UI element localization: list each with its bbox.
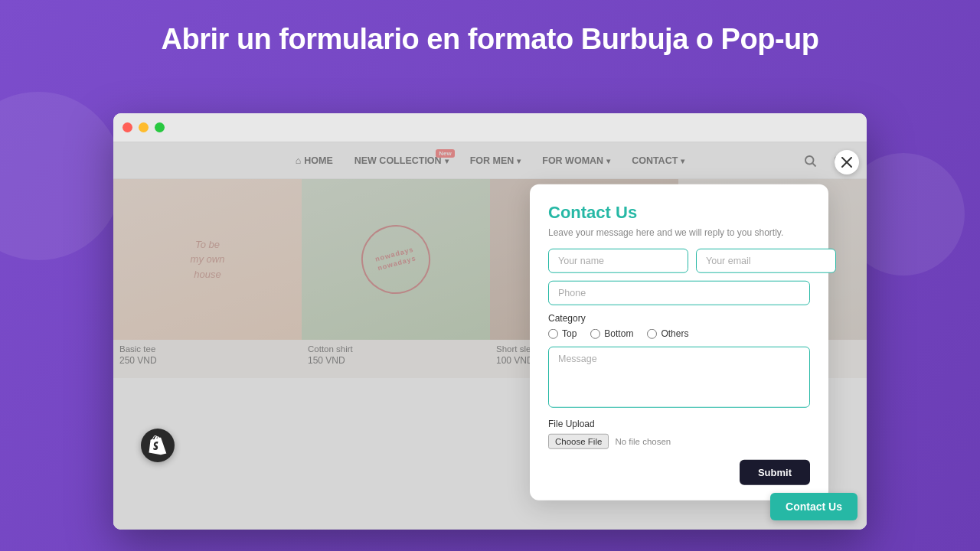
category-radio-top[interactable] [548, 328, 558, 338]
category-top[interactable]: Top [548, 328, 577, 339]
dot-green[interactable] [155, 122, 165, 132]
category-label: Category [548, 313, 810, 324]
modal-close-button[interactable] [835, 150, 859, 174]
shopify-bubble-button[interactable] [141, 429, 175, 462]
page-title: Abrir un formulario en formato Burbuja o… [0, 23, 980, 56]
submit-button[interactable]: Submit [740, 460, 810, 485]
dot-yellow[interactable] [139, 122, 149, 132]
dot-red[interactable] [122, 122, 132, 132]
name-email-row [548, 249, 810, 273]
category-radio-others[interactable] [647, 328, 657, 338]
contact-modal: Contact Us Leave your message here and w… [530, 184, 828, 500]
modal-title: Contact Us [548, 203, 810, 223]
message-textarea[interactable] [548, 347, 810, 408]
category-others[interactable]: Others [647, 328, 688, 339]
modal-subtitle: Leave your message here and we will repl… [548, 227, 810, 238]
modal-footer: Submit [548, 460, 810, 485]
file-upload-label: File Upload [548, 419, 810, 429]
email-input[interactable] [696, 249, 836, 273]
category-radio-bottom[interactable] [590, 328, 600, 338]
category-bottom[interactable]: Bottom [590, 328, 633, 339]
browser-window: ⌂ HOME NEW COLLECTION New FOR MEN FOR WO… [113, 113, 867, 530]
phone-input[interactable] [548, 281, 810, 305]
choose-file-button[interactable]: Choose File [548, 434, 609, 449]
category-options: Top Bottom Others [548, 328, 810, 339]
browser-chrome [113, 113, 867, 142]
name-input[interactable] [548, 249, 688, 273]
contact-us-button[interactable]: Contact Us [770, 493, 858, 520]
store-content: ⌂ HOME NEW COLLECTION New FOR MEN FOR WO… [113, 142, 867, 530]
file-upload-row: Choose File No file chosen [548, 434, 810, 449]
no-file-text: No file chosen [615, 437, 671, 446]
